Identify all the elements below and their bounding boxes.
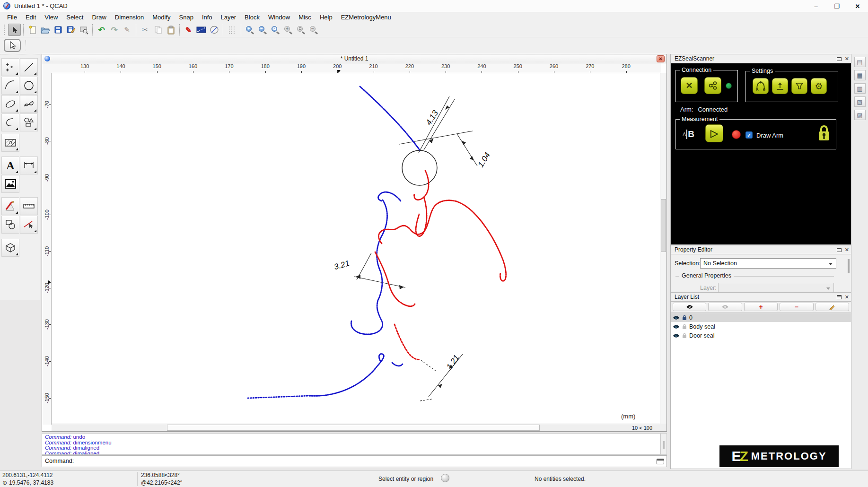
- menu-item[interactable]: Help: [316, 12, 337, 23]
- scrollbar-thumb[interactable]: [167, 425, 540, 431]
- subwindow-close-button[interactable]: ✕: [657, 55, 665, 62]
- zoom-pan-button[interactable]: −: [307, 24, 320, 36]
- polyline-tool-button[interactable]: [1, 113, 19, 131]
- zoom-previous-button[interactable]: +: [282, 24, 295, 36]
- line-tool-button[interactable]: [20, 58, 38, 76]
- command-history[interactable]: Command: undo Command: dimensionmenu Com…: [42, 433, 660, 455]
- layer-row[interactable]: Door seal: [671, 331, 851, 340]
- shapes-tool-button[interactable]: [20, 113, 38, 131]
- dock-toggle-button[interactable]: ▦: [854, 70, 866, 80]
- start-measurement-button[interactable]: ▷: [705, 124, 723, 142]
- hatch-tool-button[interactable]: [1, 134, 19, 152]
- paste-button[interactable]: [164, 24, 177, 36]
- menu-item[interactable]: Edit: [21, 12, 40, 23]
- menu-item[interactable]: Block: [240, 12, 264, 23]
- float-panel-icon[interactable]: [837, 248, 842, 252]
- menu-item[interactable]: Snap: [175, 12, 198, 23]
- dock-toggle-button[interactable]: ▨: [854, 110, 866, 120]
- point-tool-button[interactable]: [1, 58, 19, 76]
- draw-arm-checkbox[interactable]: ✓: [745, 131, 753, 139]
- add-layer-button[interactable]: +: [744, 303, 778, 311]
- menu-item[interactable]: EZMetrologyMenu: [337, 12, 395, 23]
- menu-item[interactable]: View: [40, 12, 62, 23]
- show-all-layers-button[interactable]: [673, 303, 706, 311]
- save-as-button[interactable]: [64, 24, 77, 36]
- layer-visible-icon[interactable]: [673, 324, 680, 329]
- layer-lock-icon[interactable]: [682, 324, 687, 330]
- arm-calibration-button[interactable]: AB: [753, 78, 769, 94]
- settings-gear-button[interactable]: ⚙: [811, 78, 827, 94]
- lock-icon[interactable]: [818, 123, 830, 144]
- redo-button[interactable]: ↷: [108, 24, 121, 36]
- text-tool-button[interactable]: A: [1, 157, 19, 174]
- ellipse-slash-button[interactable]: [208, 24, 220, 36]
- menu-item[interactable]: Misc: [294, 12, 316, 23]
- print-preview-button[interactable]: [77, 24, 90, 36]
- draw-tools-button[interactable]: [1, 197, 19, 215]
- grid-toggle-button[interactable]: [226, 24, 238, 36]
- dimension-label[interactable]: 3.21: [333, 259, 351, 271]
- cut-button[interactable]: ✂: [139, 24, 151, 36]
- history-scrollbar[interactable]: [660, 433, 667, 455]
- selection-rect-button[interactable]: [195, 24, 208, 36]
- menu-item[interactable]: Select: [62, 12, 88, 23]
- menu-item[interactable]: File: [3, 12, 21, 23]
- new-file-button[interactable]: [26, 24, 39, 36]
- close-panel-icon[interactable]: ✕: [845, 294, 849, 300]
- canvas-horizontal-scrollbar[interactable]: 10 < 100: [52, 424, 661, 431]
- layer-row[interactable]: Body seal: [671, 322, 851, 331]
- close-panel-icon[interactable]: ✕: [845, 247, 849, 252]
- spline-tool-button[interactable]: [20, 95, 38, 113]
- hide-all-layers-button[interactable]: [708, 303, 742, 311]
- layer-visible-icon[interactable]: [673, 333, 680, 338]
- zoom-in-button[interactable]: +: [244, 24, 256, 36]
- undo-button[interactable]: ↶: [95, 24, 108, 36]
- dimension-tool-button[interactable]: [20, 157, 38, 174]
- close-button[interactable]: ✕: [847, 0, 868, 12]
- arc-tool-button[interactable]: [1, 77, 19, 95]
- save-button[interactable]: [52, 24, 64, 36]
- panel-scrollbar-thumb[interactable]: [848, 259, 850, 273]
- drawing-canvas[interactable]: 4.13 1.04 3.21 1.21 (mm): [52, 73, 661, 425]
- filter-button[interactable]: [791, 78, 807, 94]
- maximize-button[interactable]: ❐: [826, 0, 847, 12]
- canvas-vertical-scrollbar[interactable]: [660, 73, 666, 425]
- open-file-button[interactable]: [39, 24, 52, 36]
- menu-item[interactable]: Dimension: [111, 12, 148, 23]
- solid-tool-button[interactable]: [1, 239, 19, 257]
- property-editor-title-bar[interactable]: Property Editor ✕: [670, 245, 851, 254]
- disconnect-button[interactable]: ✕: [681, 77, 698, 94]
- circle-entity[interactable]: [402, 150, 437, 185]
- zoom-out-button[interactable]: −: [256, 24, 269, 36]
- image-tool-button[interactable]: [1, 175, 19, 193]
- door-seal-scan-curves[interactable]: [248, 87, 420, 398]
- layer-list-title-bar[interactable]: Layer List ✕: [670, 292, 851, 302]
- float-panel-icon[interactable]: [837, 295, 842, 299]
- dock-toggle-button[interactable]: ▧: [854, 96, 866, 107]
- ellipse-tool-button[interactable]: [1, 95, 19, 113]
- menu-item[interactable]: Window: [264, 12, 294, 23]
- layer-visible-icon[interactable]: [673, 315, 680, 320]
- red-pencil-button[interactable]: ✎: [182, 24, 195, 36]
- remove-layer-button[interactable]: −: [780, 303, 813, 311]
- menu-item[interactable]: Modify: [148, 12, 175, 23]
- layer-combobox[interactable]: [718, 283, 834, 292]
- layer-lock-icon[interactable]: [682, 315, 687, 321]
- command-input[interactable]: Command:: [42, 455, 667, 467]
- dimension-label[interactable]: 1.21: [445, 353, 461, 371]
- minimize-button[interactable]: –: [806, 0, 826, 12]
- dock-toggle-button[interactable]: ▤: [854, 57, 866, 67]
- dock-toggle-button[interactable]: ▥: [854, 83, 866, 94]
- copy-button[interactable]: [151, 24, 164, 36]
- menu-item[interactable]: Draw: [88, 12, 110, 23]
- zoom-window-button[interactable]: [295, 24, 307, 36]
- select-pointer-button[interactable]: [8, 24, 21, 36]
- scrollbar-thumb[interactable]: [663, 441, 665, 449]
- console-detach-icon[interactable]: [657, 459, 664, 464]
- layer-row[interactable]: 0: [671, 313, 851, 322]
- ezseal-panel-title-bar[interactable]: EZSealScanner ✕: [670, 54, 851, 63]
- scrollbar-thumb[interactable]: [661, 199, 666, 252]
- selection-combobox[interactable]: No Selection: [700, 258, 836, 269]
- float-panel-icon[interactable]: [837, 57, 842, 61]
- auto-zoom-button[interactable]: [269, 24, 282, 36]
